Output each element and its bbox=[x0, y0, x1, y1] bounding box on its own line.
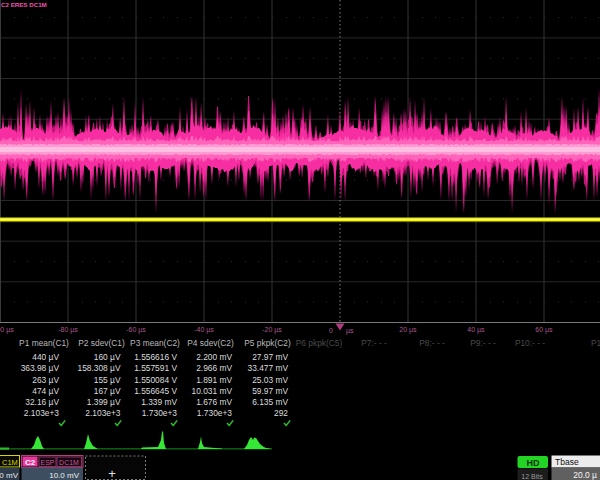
svg-text:20.0 µ: 20.0 µ bbox=[573, 470, 597, 480]
svg-text:1.550084 V: 1.550084 V bbox=[134, 375, 177, 385]
svg-text:-20 µs: -20 µs bbox=[262, 326, 282, 334]
svg-text:2.103e+3: 2.103e+3 bbox=[24, 408, 60, 418]
svg-text:-40 µs: -40 µs bbox=[194, 326, 214, 334]
svg-text:P8:- - -: P8:- - - bbox=[419, 338, 445, 348]
svg-text:P5 pkpk(C2): P5 pkpk(C2) bbox=[244, 338, 291, 348]
svg-text:-100 µs: -100 µs bbox=[0, 326, 14, 334]
svg-text:25.03 mV: 25.03 mV bbox=[252, 375, 288, 385]
svg-text:12 Bits: 12 Bits bbox=[521, 473, 543, 480]
svg-text:167 µV: 167 µV bbox=[94, 386, 121, 396]
svg-text:292: 292 bbox=[274, 408, 288, 418]
svg-text:155 µV: 155 µV bbox=[94, 375, 121, 385]
svg-text:0: 0 bbox=[329, 327, 333, 334]
svg-text:440 µV: 440 µV bbox=[32, 352, 59, 362]
svg-text:P4 sdev(C2): P4 sdev(C2) bbox=[187, 338, 234, 348]
svg-text:ESP: ESP bbox=[40, 459, 54, 466]
svg-text:10.031 mV: 10.031 mV bbox=[191, 386, 232, 396]
svg-text:33.477 mV: 33.477 mV bbox=[247, 363, 288, 373]
svg-text:6.135 mV: 6.135 mV bbox=[252, 397, 288, 407]
svg-text:20 µs: 20 µs bbox=[399, 326, 417, 334]
svg-text:60 µs: 60 µs bbox=[535, 326, 553, 334]
svg-text:1.557591 V: 1.557591 V bbox=[134, 363, 177, 373]
svg-text:C1M: C1M bbox=[2, 458, 18, 467]
svg-text:P1: P1 bbox=[591, 338, 600, 348]
svg-text:158.308 µV: 158.308 µV bbox=[77, 363, 120, 373]
svg-text:1.556616 V: 1.556616 V bbox=[134, 352, 177, 362]
svg-text:C2 ERES DC1M: C2 ERES DC1M bbox=[1, 1, 47, 8]
svg-text:1.399 µV: 1.399 µV bbox=[87, 397, 121, 407]
svg-text:0 mV: 0 mV bbox=[0, 471, 19, 480]
svg-text:263 µV: 263 µV bbox=[32, 375, 59, 385]
svg-text:P1 mean(C1): P1 mean(C1) bbox=[19, 338, 69, 348]
svg-text:-80 µs: -80 µs bbox=[58, 326, 78, 334]
svg-text:59.97 mV: 59.97 mV bbox=[252, 386, 288, 396]
svg-text:1.891 mV: 1.891 mV bbox=[196, 375, 232, 385]
svg-text:P9:- - -: P9:- - - bbox=[470, 338, 496, 348]
svg-text:P7:- - -: P7:- - - bbox=[361, 338, 387, 348]
svg-text:C2: C2 bbox=[25, 458, 36, 467]
svg-text:1.730e+3: 1.730e+3 bbox=[142, 408, 178, 418]
svg-text:+: + bbox=[108, 466, 116, 480]
svg-text:2.103e+3: 2.103e+3 bbox=[85, 408, 121, 418]
svg-text:2.200 mV: 2.200 mV bbox=[196, 352, 232, 362]
svg-text:µs: µs bbox=[346, 327, 354, 335]
svg-text:32.16 µV: 32.16 µV bbox=[25, 397, 59, 407]
svg-text:1.339 mV: 1.339 mV bbox=[141, 397, 177, 407]
svg-text:1.676 mV: 1.676 mV bbox=[196, 397, 232, 407]
svg-text:40 µs: 40 µs bbox=[467, 326, 485, 334]
svg-text:P6 pkpk(C5): P6 pkpk(C5) bbox=[296, 338, 343, 348]
svg-text:1.730e+3: 1.730e+3 bbox=[197, 408, 233, 418]
svg-text:363.98 µV: 363.98 µV bbox=[21, 363, 60, 373]
svg-text:27.97 mV: 27.97 mV bbox=[252, 352, 288, 362]
svg-text:HD: HD bbox=[527, 458, 540, 468]
svg-text:DC1M: DC1M bbox=[59, 459, 79, 466]
svg-text:10.0 mV: 10.0 mV bbox=[49, 471, 79, 480]
svg-text:P2 sdev(C1): P2 sdev(C1) bbox=[78, 338, 125, 348]
svg-text:-60 µs: -60 µs bbox=[126, 326, 146, 334]
svg-text:Tbase: Tbase bbox=[555, 457, 579, 467]
svg-text:1.556645 V: 1.556645 V bbox=[134, 386, 177, 396]
svg-text:P10:- - -: P10:- - - bbox=[515, 338, 545, 348]
svg-text:2.966 mV: 2.966 mV bbox=[196, 363, 232, 373]
svg-text:474 µV: 474 µV bbox=[32, 386, 59, 396]
svg-text:160 µV: 160 µV bbox=[94, 352, 121, 362]
svg-text:P3 mean(C2): P3 mean(C2) bbox=[130, 338, 180, 348]
